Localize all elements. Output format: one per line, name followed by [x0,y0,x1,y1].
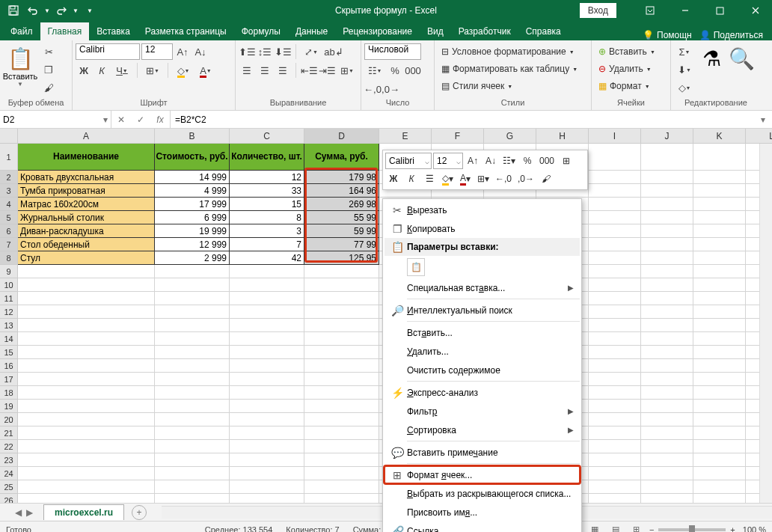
data-cell[interactable]: 77 99 [304,238,379,251]
row-header[interactable]: 13 [0,319,18,332]
cell[interactable] [693,440,746,453]
cell[interactable] [18,453,155,467]
cell[interactable] [589,400,641,413]
tab-review[interactable]: Рецензирование [335,22,420,40]
mini-size-select[interactable]: 12 [433,153,463,169]
cell[interactable] [230,373,304,386]
cell[interactable] [230,292,304,305]
cell[interactable] [304,453,379,467]
cell[interactable] [304,332,379,346]
row-header[interactable]: 14 [0,332,18,346]
cell[interactable] [641,346,693,359]
tab-page-layout[interactable]: Разметка страницы [138,22,234,40]
format-painter-icon[interactable]: 🖌 [40,79,57,96]
cell[interactable] [230,453,304,467]
cell[interactable] [693,211,746,224]
cell[interactable] [641,292,693,305]
font-name-select[interactable]: Calibri [76,43,140,60]
cell[interactable] [304,373,379,386]
data-cell[interactable]: 3 [230,224,304,238]
column-header[interactable]: I [589,129,641,144]
cell[interactable] [155,332,230,346]
row-header[interactable]: 15 [0,346,18,359]
cell[interactable] [18,413,155,426]
cell[interactable] [641,440,693,453]
cell[interactable] [693,171,746,184]
cell[interactable] [18,480,155,494]
cell[interactable] [641,251,693,265]
row-header[interactable]: 6 [0,224,18,238]
cell[interactable] [230,494,304,503]
cell[interactable] [589,305,641,319]
tab-file[interactable]: Файл [3,22,40,40]
cell[interactable] [155,292,230,305]
cell[interactable] [18,426,155,440]
redo-icon[interactable] [52,1,70,19]
cell[interactable] [18,400,155,413]
data-cell[interactable]: 14 999 [155,171,230,184]
row-header[interactable]: 7 [0,238,18,251]
undo-icon[interactable] [24,1,42,19]
cell[interactable] [693,413,746,426]
decrease-decimal-icon[interactable]: ,0→ [382,81,399,97]
insert-cells-button[interactable]: ⊕Вставить▼ [595,43,659,60]
row-header[interactable]: 20 [0,413,18,426]
cell[interactable] [589,480,641,494]
decrease-font-icon[interactable]: A↓ [192,43,209,60]
cell[interactable] [18,319,155,332]
vertical-scrollbar[interactable] [759,144,772,503]
cell[interactable] [589,440,641,453]
new-sheet-button[interactable]: + [132,505,147,520]
increase-decimal-icon[interactable]: ←,0 [364,81,381,97]
row-header[interactable]: 18 [0,386,18,400]
cell[interactable] [304,494,379,503]
cell[interactable] [589,211,641,224]
cell[interactable] [641,467,693,480]
data-cell[interactable]: 19 999 [155,224,230,238]
data-cell[interactable]: 164 96 [304,184,379,198]
cell[interactable] [589,184,641,198]
autosum-icon[interactable]: Σ ▼ [674,43,695,60]
decrease-indent-icon[interactable]: ⇤☰ [301,62,317,79]
cell[interactable] [693,198,746,211]
align-middle-icon[interactable]: ↕☰ [257,43,273,60]
align-top-icon[interactable]: ⬆☰ [239,43,255,60]
context-sort[interactable]: Сортировка ▶ [385,421,580,439]
row-header[interactable]: 11 [0,292,18,305]
cell[interactable] [693,265,746,278]
increase-font-icon[interactable]: A↑ [174,43,191,60]
data-cell[interactable]: 6 999 [155,211,230,224]
align-left-icon[interactable]: ☰ [239,62,255,79]
row-header[interactable]: 19 [0,400,18,413]
orientation-icon[interactable]: ⤢ ▼ [301,43,322,60]
cell[interactable] [155,278,230,292]
context-filter[interactable]: Фильтр ▶ [385,402,580,421]
cell[interactable] [589,144,641,171]
cell[interactable] [589,332,641,346]
cell[interactable] [589,265,641,278]
cell[interactable] [641,238,693,251]
cell[interactable] [18,359,155,373]
cell[interactable] [641,171,693,184]
cell[interactable] [589,494,641,503]
zoom-in-button[interactable]: + [730,525,735,533]
cell[interactable] [155,453,230,467]
find-select-button[interactable]: 🔍 [728,43,755,73]
comma-style-icon[interactable]: 000 [405,62,421,79]
name-cell[interactable]: Стул [18,251,155,265]
cell[interactable] [155,413,230,426]
copy-icon[interactable]: ❐ [40,61,57,78]
align-center-icon[interactable]: ☰ [257,62,273,79]
cell[interactable] [641,224,693,238]
merge-center-icon[interactable]: ⊞ ▼ [337,62,358,79]
cell[interactable] [589,198,641,211]
ribbon-display-options-icon[interactable] [633,0,667,21]
context-paste-default[interactable]: 📋 [385,256,580,278]
table-header-cell[interactable]: Количество, шт. [230,144,304,171]
cell[interactable] [641,332,693,346]
cell[interactable] [641,400,693,413]
redo-dropdown-icon[interactable]: ▼ [72,1,79,19]
undo-dropdown-icon[interactable]: ▼ [43,1,51,19]
cell[interactable] [18,332,155,346]
cell[interactable] [304,413,379,426]
